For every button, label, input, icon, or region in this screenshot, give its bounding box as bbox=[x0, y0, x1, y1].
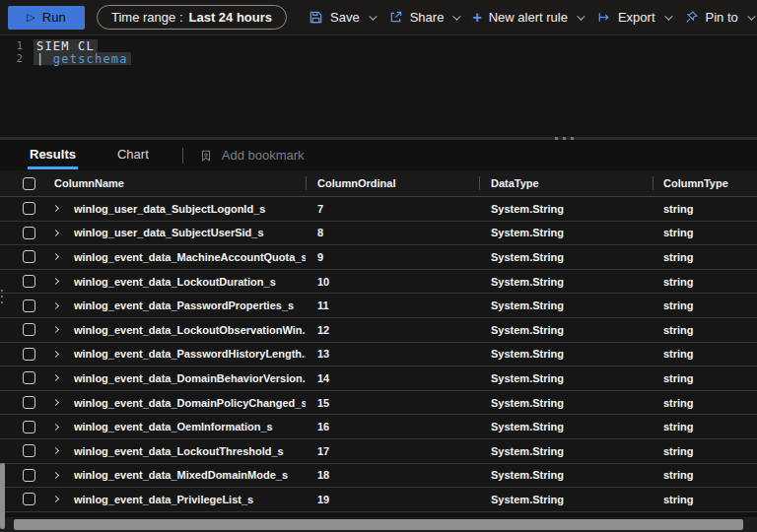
row-expand-chevron[interactable] bbox=[47, 303, 74, 308]
column-header-columnname[interactable]: ColumnName bbox=[47, 177, 306, 189]
cell-columnordinal: 10 bbox=[306, 276, 479, 288]
bookmark-icon bbox=[199, 149, 213, 163]
table-row[interactable]: winlog_event_data_LockoutThreshold_s 17 … bbox=[0, 439, 757, 464]
cell-datatype: System.String bbox=[479, 324, 653, 336]
row-checkbox[interactable] bbox=[0, 421, 47, 433]
results-tabs: Results Chart Add bookmark bbox=[0, 140, 757, 170]
row-expand-chevron[interactable] bbox=[47, 206, 74, 211]
cell-columnordinal: 7 bbox=[306, 203, 479, 215]
row-expand-chevron[interactable] bbox=[47, 327, 74, 332]
results-table: ColumnName ColumnOrdinal DataType Column… bbox=[0, 170, 757, 512]
query-pipe-operator: | bbox=[36, 52, 53, 66]
tab-results[interactable]: Results bbox=[28, 141, 78, 169]
save-label: Save bbox=[330, 10, 360, 25]
header-divider bbox=[653, 176, 654, 190]
horizontal-scrollbar-thumb[interactable] bbox=[14, 519, 743, 530]
row-expand-chevron[interactable] bbox=[47, 425, 74, 430]
column-header-columnordinal[interactable]: ColumnOrdinal bbox=[306, 177, 479, 189]
cell-columnname: winlog_event_data_OemInformation_s bbox=[74, 421, 306, 432]
row-checkbox[interactable] bbox=[0, 250, 47, 263]
save-button[interactable]: Save bbox=[307, 10, 377, 25]
row-expand-chevron[interactable] bbox=[47, 279, 74, 284]
cell-columnname: winlog_event_data_DomainBehaviorVersion.… bbox=[74, 372, 306, 384]
cell-columnname: winlog_event_data_PasswordHistoryLength.… bbox=[74, 348, 306, 360]
chevron-down-icon bbox=[369, 12, 377, 20]
time-range-label: Time range : bbox=[111, 10, 183, 25]
row-checkbox[interactable] bbox=[0, 469, 47, 482]
row-expand-chevron[interactable] bbox=[47, 473, 74, 478]
cell-columnordinal: 16 bbox=[306, 421, 479, 432]
row-checkbox[interactable] bbox=[0, 227, 47, 239]
chevron-down-icon bbox=[453, 12, 461, 20]
add-bookmark-button[interactable]: Add bookmark bbox=[199, 148, 305, 163]
table-row[interactable]: winlog_event_data_MachineAccountQuota_s … bbox=[0, 245, 757, 270]
horizontal-scrollbar[interactable] bbox=[0, 517, 757, 532]
cell-datatype: System.String bbox=[479, 445, 653, 457]
cell-columntype: string bbox=[653, 397, 757, 409]
cell-columntype: string bbox=[653, 227, 757, 238]
cell-datatype: System.String bbox=[479, 203, 653, 215]
cell-columntype: string bbox=[653, 494, 757, 505]
cell-columnordinal: 17 bbox=[306, 445, 479, 457]
row-expand-chevron[interactable] bbox=[47, 375, 74, 380]
table-row[interactable]: winlog_event_data_OemInformation_s 16 Sy… bbox=[0, 415, 757, 439]
new-alert-rule-label: New alert rule bbox=[489, 10, 568, 25]
column-header-columntype[interactable]: ColumnType bbox=[653, 177, 757, 189]
row-expand-chevron[interactable] bbox=[47, 448, 74, 453]
row-checkbox[interactable] bbox=[0, 396, 47, 409]
share-label: Share bbox=[410, 10, 445, 25]
new-alert-rule-button[interactable]: + New alert rule bbox=[470, 10, 585, 25]
row-checkbox[interactable] bbox=[0, 493, 47, 505]
table-row[interactable]: winlog_user_data_SubjectLogonId_s 7 Syst… bbox=[0, 197, 757, 222]
row-checkbox[interactable] bbox=[0, 371, 47, 384]
table-row[interactable]: winlog_event_data_LockoutDuration_s 10 S… bbox=[0, 270, 757, 295]
chevron-down-icon bbox=[747, 12, 755, 20]
cell-columntype: string bbox=[653, 324, 757, 336]
tabs-divider bbox=[182, 148, 183, 164]
row-expand-chevron[interactable] bbox=[47, 231, 74, 235]
cell-columntype: string bbox=[653, 203, 757, 215]
share-button[interactable]: Share bbox=[386, 10, 461, 25]
table-row[interactable]: winlog_event_data_DomainPolicyChanged_s … bbox=[0, 391, 757, 416]
cell-columntype: string bbox=[653, 276, 757, 288]
table-row[interactable]: winlog_event_data_DomainBehaviorVersion.… bbox=[0, 366, 757, 391]
share-icon bbox=[388, 10, 403, 25]
row-expand-chevron[interactable] bbox=[47, 400, 74, 405]
row-checkbox[interactable] bbox=[0, 299, 47, 312]
export-button[interactable]: Export bbox=[594, 10, 672, 25]
table-row[interactable]: winlog_event_data_PasswordProperties_s 1… bbox=[0, 294, 757, 318]
row-checkbox[interactable] bbox=[0, 323, 47, 336]
cell-datatype: System.String bbox=[479, 494, 653, 505]
table-row[interactable]: winlog_event_data_LockoutObservationWin.… bbox=[0, 318, 757, 343]
cell-datatype: System.String bbox=[479, 348, 653, 360]
column-header-datatype[interactable]: DataType bbox=[479, 177, 653, 189]
pin-to-button[interactable]: Pin to bbox=[682, 10, 755, 25]
cell-columnordinal: 14 bbox=[306, 372, 479, 384]
table-row[interactable]: winlog_event_data_PasswordHistoryLength.… bbox=[0, 343, 757, 367]
row-expand-chevron[interactable] bbox=[47, 497, 74, 501]
cell-columnname: winlog_user_data_SubjectUserSid_s bbox=[74, 227, 306, 238]
select-all-checkbox[interactable] bbox=[0, 177, 47, 190]
left-splitter-grip[interactable] bbox=[0, 288, 3, 305]
row-checkbox[interactable] bbox=[0, 275, 47, 288]
table-row[interactable]: winlog_user_data_SubjectUserSid_s 8 Syst… bbox=[0, 222, 757, 246]
table-row[interactable]: winlog_event_data_PrivilegeList_s 19 Sys… bbox=[0, 488, 757, 512]
row-checkbox[interactable] bbox=[0, 348, 47, 361]
table-row[interactable]: winlog_event_data_MixedDomainMode_s 18 S… bbox=[0, 464, 757, 489]
export-icon bbox=[596, 10, 611, 25]
left-scrollbar-thumb[interactable] bbox=[0, 463, 5, 529]
row-checkbox[interactable] bbox=[0, 444, 47, 457]
tab-chart[interactable]: Chart bbox=[115, 141, 151, 169]
cell-columnname: winlog_user_data_SubjectLogonId_s bbox=[74, 203, 306, 215]
run-button[interactable]: ▷ Run bbox=[8, 6, 85, 30]
cell-columnordinal: 8 bbox=[306, 227, 479, 238]
table-body: winlog_user_data_SubjectLogonId_s 7 Syst… bbox=[0, 197, 757, 512]
row-expand-chevron[interactable] bbox=[47, 254, 74, 259]
row-expand-chevron[interactable] bbox=[47, 352, 74, 357]
time-range-picker[interactable]: Time range : Last 24 hours bbox=[97, 5, 287, 30]
line-number: 2 bbox=[0, 52, 34, 65]
cell-columnordinal: 13 bbox=[306, 348, 479, 360]
cell-columnname: winlog_event_data_PasswordProperties_s bbox=[74, 299, 306, 311]
query-editor[interactable]: 1 SIEM_CL 2 | getschema bbox=[0, 36, 757, 137]
row-checkbox[interactable] bbox=[0, 202, 47, 215]
